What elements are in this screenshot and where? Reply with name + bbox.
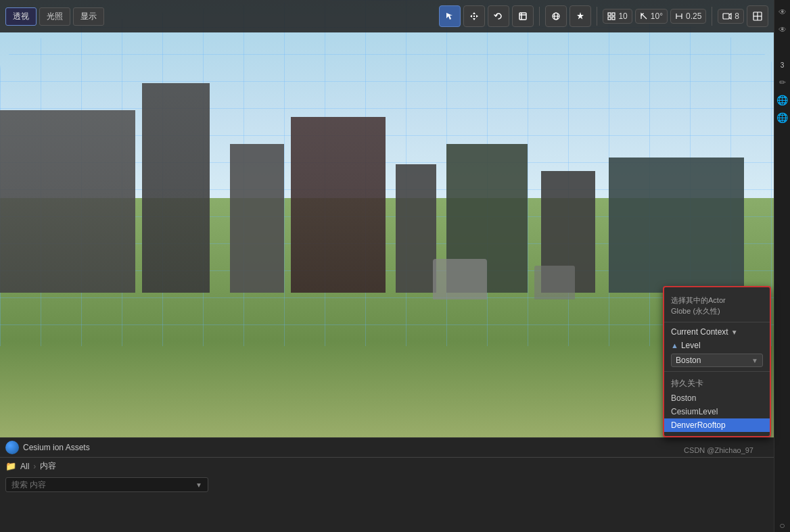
viewport: 透视 光照 显示 — [0, 0, 774, 532]
current-context-label: Current Context ▼ — [671, 327, 738, 337]
cesium-assets-row: Cesium ion Assets — [0, 438, 774, 458]
sidebar-icon-pencil[interactable]: ✏ — [776, 76, 789, 89]
lighting-btn[interactable]: 光照 — [39, 7, 70, 26]
grid-overlay — [0, 0, 774, 346]
scale-value: 0.25 — [686, 11, 701, 21]
menu-item-cesiumlevel[interactable]: CesiumLevel — [664, 405, 770, 418]
search-dropdown-arrow[interactable]: ▼ — [195, 481, 202, 489]
angle-value: 10° — [651, 11, 663, 21]
breadcrumb-row: 📁 All › 内容 — [0, 458, 774, 475]
current-context-text: Current Context — [671, 327, 728, 337]
svg-rect-0 — [519, 13, 526, 20]
boston-arrow: ▼ — [751, 357, 758, 364]
csdn-watermark: CSDN @Zhichao_97 — [684, 446, 753, 454]
sidebar-icon-3[interactable]: 3 — [776, 58, 789, 72]
cesium-assets-label: Cesium ion Assets — [23, 443, 90, 452]
svg-rect-4 — [608, 13, 611, 16]
search-input-wrap[interactable]: ▼ — [5, 477, 208, 492]
move-tool-btn[interactable] — [463, 5, 485, 27]
breadcrumb-all[interactable]: All — [20, 462, 29, 471]
menu-divider — [664, 371, 770, 372]
globe-btn[interactable] — [545, 5, 567, 27]
display-btn[interactable]: 显示 — [73, 7, 104, 26]
sidebar-icon-circle[interactable]: ○ — [776, 518, 789, 532]
header-line2: Globe (永久性) — [671, 306, 763, 316]
maximize-btn[interactable] — [512, 5, 534, 27]
svg-rect-8 — [723, 14, 729, 19]
perspective-btn[interactable]: 透视 — [5, 7, 37, 26]
boston-text: Boston — [676, 356, 701, 365]
right-sidebar: 👁 👁 3 ✏ 🌐 🌐 ○ — [774, 0, 790, 532]
header-divider — [664, 322, 770, 322]
folder-icon: 📁 — [5, 461, 16, 471]
grid-count: 10 — [618, 11, 627, 21]
view-count: 8 — [735, 11, 739, 21]
bottom-bar: Cesium ion Assets 📁 All › 内容 ▼ — [0, 437, 774, 532]
search-input[interactable] — [11, 480, 174, 489]
layout-btn[interactable] — [747, 5, 768, 27]
svg-rect-6 — [608, 17, 611, 20]
level-row: ▲ Level — [664, 339, 770, 352]
view-btn[interactable]: 8 — [718, 9, 744, 24]
current-context-arrow: ▼ — [731, 329, 738, 336]
breadcrumb-separator: › — [33, 462, 36, 471]
context-menu-header: 选择其中的Actor Globe (永久性) — [664, 293, 770, 322]
level-label: Level — [681, 341, 701, 350]
search-row: ▼ — [0, 475, 774, 495]
boston-dropdown[interactable]: Boston ▼ — [671, 354, 763, 367]
refresh-btn[interactable] — [488, 5, 509, 27]
menu-item-boston[interactable]: Boston — [664, 391, 770, 405]
menu-item-denverrooftop[interactable]: DenverRooftop — [664, 418, 770, 432]
cesium-globe-icon — [5, 441, 19, 454]
breadcrumb-content[interactable]: 内容 — [40, 460, 56, 472]
svg-rect-7 — [612, 17, 615, 20]
level-icon: ▲ — [671, 341, 678, 349]
grid-toggle-btn[interactable]: 10 — [603, 9, 632, 24]
angle-btn[interactable]: 10° — [635, 9, 668, 24]
sidebar-icon-globe2[interactable]: 🌐 — [776, 111, 789, 124]
star-btn[interactable] — [570, 5, 591, 27]
current-context-row: Current Context ▼ — [664, 325, 770, 339]
sidebar-icon-eye[interactable]: 👁 — [776, 5, 789, 19]
top-toolbar: 透视 光照 显示 — [0, 0, 774, 32]
select-tool-btn[interactable] — [439, 5, 461, 27]
sidebar-icon-globe1[interactable]: 🌐 — [776, 93, 789, 107]
scale-btn[interactable]: 0.25 — [670, 9, 706, 24]
sidebar-icon-eye2[interactable]: 👁 — [776, 23, 789, 37]
context-menu: 选择其中的Actor Globe (永久性) Current Context ▼… — [663, 286, 771, 437]
svg-rect-5 — [612, 13, 615, 16]
header-line1: 选择其中的Actor — [671, 295, 763, 306]
persistent-tab-item: 持久关卡 — [664, 376, 770, 391]
